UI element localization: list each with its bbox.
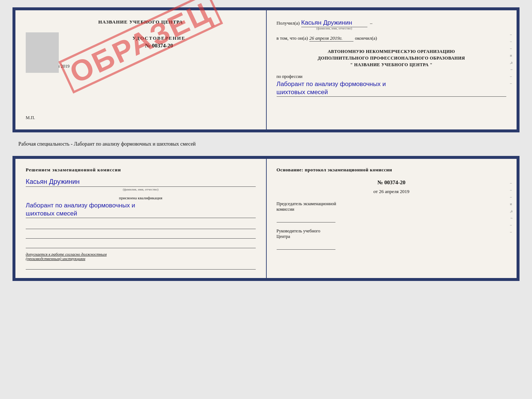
udostoverenie-label: УДОСТОВЕРЕНИЕ (62, 35, 256, 41)
kvali-name: Лаборант по анализу формовочных и шихтов… (26, 202, 256, 218)
dash-after-name: – (369, 20, 373, 26)
poluchil-prefix: Получил(а) (277, 20, 300, 26)
page-container: НАЗВАНИЕ УЧЕБНОГО ЦЕНТРА УДОСТОВЕРЕНИЕ №… (12, 7, 520, 281)
org-line3: " НАЗВАНИЕ УЧЕБНОГО ЦЕНТРА " (277, 61, 507, 68)
okonchil-label: окончил(а) (355, 35, 377, 41)
org-block: АВТОНОМНУЮ НЕКОММЕРЧЕСКУЮ ОРГАНИЗАЦИЮ ДО… (277, 48, 507, 68)
ot-date: от 26 апреля 2019 (277, 189, 507, 195)
top-doc-left: НАЗВАНИЕ УЧЕБНОГО ЦЕНТРА УДОСТОВЕРЕНИЕ №… (15, 10, 266, 129)
ot-date-value: 26 апреля 2019 (379, 189, 409, 194)
side-marks-top: – – – и ,а ← – – (510, 32, 514, 85)
rukovoditel-block: Руководитель учебного Центра (277, 228, 507, 239)
under-line-3 (26, 242, 256, 248)
under-line-final (26, 263, 256, 270)
professii-label: по профессии (277, 74, 507, 79)
predsedatel-sign-line (277, 214, 335, 222)
vtom-line: в том, что он(а) 26 апреля 2019г. окончи… (277, 35, 507, 42)
photo-placeholder (26, 32, 59, 73)
udostoverenie-number: № 00374-20 (62, 43, 256, 49)
ot-prefix: от (373, 189, 378, 194)
rukovoditel-sign-line (277, 242, 335, 250)
poluchil-line: Получил(а) Касьян Дружинин (фамилия, имя… (277, 19, 507, 30)
top-doc-title: НАЗВАНИЕ УЧЕБНОГО ЦЕНТРА (26, 19, 256, 25)
bottom-doc-right: Основание: протокол экзаменационной коми… (266, 159, 517, 278)
prisvoena-label: присвоена квалификация (26, 196, 256, 200)
vtom-date: 26 апреля 2019г. (309, 35, 353, 42)
dopuskaetsya-line: допускается к работе согласно должностны… (26, 252, 256, 261)
org-line2: ДОПОЛНИТЕЛЬНОГО ПРОФЕССИОНАЛЬНОГО ОБРАЗО… (277, 55, 507, 61)
top-doc-right: Получил(а) Касьян Дружинин (фамилия, имя… (266, 10, 517, 129)
mp-line: М.П. (26, 115, 35, 121)
bottom-doc-left: Решением экзаменационной комиссии Касьян… (15, 159, 266, 278)
kashyan-wrapper: Касьян Дружинин (фамилия, имя, отчество) (26, 178, 256, 191)
bottom-document: Решением экзаменационной комиссии Касьян… (12, 156, 520, 281)
professii-name: Лаборант по анализу формовочных и шихтов… (277, 80, 507, 97)
poluchil-name-wrapper: Касьян Дружинин (фамилия, имя, отчество) (301, 19, 367, 30)
under-line-1 (26, 222, 256, 229)
under-line-2 (26, 232, 256, 239)
dopuskaetsya-prefix: допускается к (26, 252, 50, 256)
name-sub-bottom: (фамилия, имя, отчество) (26, 188, 256, 191)
lines-block (26, 222, 256, 248)
osnovanie-title: Основание: протокол экзаменационной коми… (277, 167, 507, 173)
kashyan-name: Касьян Дружинин (26, 178, 256, 187)
side-marks-bottom: – – – и ,а ← – – (510, 181, 514, 234)
poluchil-name: Касьян Дружинин (301, 19, 367, 27)
udostoverenie-block: УДОСТОВЕРЕНИЕ № 00374-20 (26, 32, 256, 49)
udostoverenie-inner: УДОСТОВЕРЕНИЕ № 00374-20 (62, 32, 256, 49)
resheniem-title: Решением экзаменационной комиссии (26, 167, 256, 173)
middle-text: Рабочая специальность - Лаборант по анал… (12, 138, 520, 150)
poluchil-sub: (фамилия, имя, отчество) (301, 26, 367, 30)
predsedatel-block: Председатель экзаменационной комиссии (277, 201, 507, 212)
protocol-number: № 00374-20 (277, 179, 507, 186)
professii-block: по профессии Лаборант по анализу формово… (277, 74, 507, 97)
top-document: НАЗВАНИЕ УЧЕБНОГО ЦЕНТРА УДОСТОВЕРЕНИЕ №… (12, 7, 520, 132)
vydano-line: Выдано 26 апреля 2019 (26, 64, 256, 69)
org-line1: АВТОНОМНУЮ НЕКОММЕРЧЕСКУЮ ОРГАНИЗАЦИЮ (277, 48, 507, 55)
vtom-prefix: в том, что он(а) (277, 35, 308, 41)
